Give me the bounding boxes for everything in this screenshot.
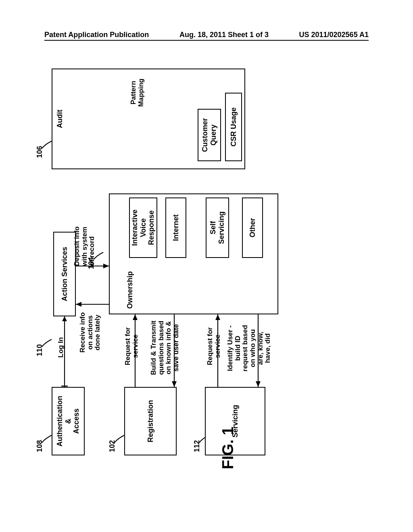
box-ivr: Interactive Voice Response <box>129 197 157 258</box>
label-deposit-info: Deposit info with system of record <box>73 214 96 266</box>
header-right: US 2011/0202565 A1 <box>299 31 369 39</box>
box-registration: Registration <box>124 387 177 455</box>
figure-label: FIG. 1 <box>219 427 237 470</box>
box-audit-label: Audit <box>56 110 64 128</box>
ref-106: 106 <box>35 146 44 158</box>
box-self-servicing: Self Servicing <box>206 197 229 258</box>
box-auth-access-label: Authentication & Access <box>56 396 81 447</box>
label-receive-info: Receive info on actions done lately <box>79 306 102 359</box>
diagram: 108 110 102 112 104 106 Authentication &… <box>44 64 369 468</box>
box-ivr-label: Interactive Voice Response <box>131 210 156 246</box>
box-other-label: Other <box>248 218 257 237</box>
box-self-servicing-label: Self Servicing <box>209 211 225 244</box>
box-internet-label: Internet <box>172 214 180 241</box>
box-registration-label: Registration <box>146 400 155 443</box>
box-action-services-label: Action Services <box>60 247 69 301</box>
label-request-service-2: Request for service <box>206 316 221 376</box>
box-customer-query-label: Customer Query <box>201 118 217 152</box>
page-header: Patent Application Publication Aug. 18, … <box>44 31 369 41</box>
svg-marker-10 <box>172 381 177 387</box>
box-action-services: Action Services <box>53 232 76 316</box>
svg-marker-1 <box>62 316 67 321</box>
label-identify-user: Identify User - build ID request based o… <box>227 316 272 380</box>
label-log-in: Log In <box>57 323 65 372</box>
header-center: Aug. 18, 2011 Sheet 1 of 3 <box>179 31 269 39</box>
svg-marker-6 <box>103 264 109 268</box>
box-internet: Internet <box>165 197 186 258</box>
ref-102: 102 <box>108 440 117 452</box>
header-left: Patent Application Publication <box>44 31 149 39</box>
box-csr-usage-label: CSR Usage <box>229 107 238 146</box>
svg-marker-14 <box>256 381 261 387</box>
label-build-transmit: Build & Transmit questions based on know… <box>150 314 180 382</box>
label-request-service-1: Request for service <box>124 316 139 376</box>
box-customer-query: Customer Query <box>198 109 221 161</box>
ref-108: 108 <box>35 440 44 452</box>
box-other: Other <box>242 197 263 258</box>
ref-112: 112 <box>193 440 201 452</box>
box-csr-usage: CSR Usage <box>225 93 242 161</box>
box-auth-access: Authentication & Access <box>52 387 85 455</box>
label-pattern-mapping: Pattern Mapping <box>130 73 145 113</box>
ref-110: 110 <box>35 344 44 356</box>
box-ownership-label: Ownership <box>126 271 134 309</box>
